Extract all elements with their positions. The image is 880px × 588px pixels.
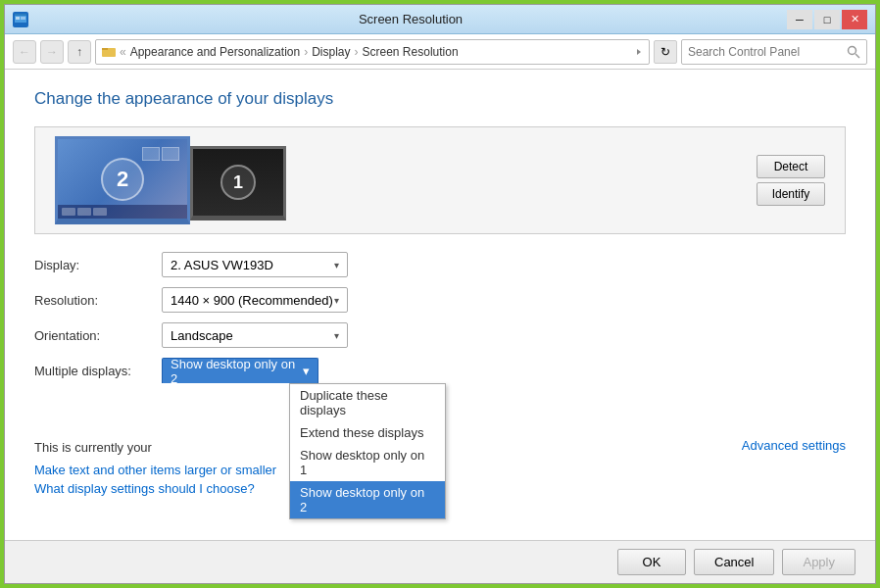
multiple-displays-container: Show desktop only on 2 ▾ Duplicate these… [162,358,846,383]
multiple-displays-menu: Duplicate these displays Extend these di… [289,383,446,519]
ok-button[interactable]: OK [617,549,686,575]
apply-button[interactable]: Apply [782,549,856,575]
orientation-label: Orientation: [34,328,162,343]
advanced-settings-link[interactable]: Advanced settings [742,438,846,453]
breadcrumb-display[interactable]: Display [312,45,350,59]
orientation-dropdown-arrow: ▾ [334,330,339,341]
svg-rect-2 [16,17,20,20]
cancel-button[interactable]: Cancel [694,549,774,575]
window-icon [13,12,28,27]
multiple-displays-arrow: ▾ [303,364,310,378]
search-input[interactable] [688,45,843,59]
window-title: Screen Resolution [34,12,787,26]
monitor-action-buttons: Detect Identify [757,155,825,206]
dropdown-item-duplicate[interactable]: Duplicate these displays [290,384,445,421]
resolution-label: Resolution: [34,293,162,308]
back-button[interactable]: ← [13,40,36,64]
svg-line-8 [856,54,859,58]
multiple-displays-dropdown[interactable]: Show desktop only on 2 ▾ [162,358,318,383]
display-dropdown-arrow: ▾ [334,260,339,270]
dropdown-item-extend[interactable]: Extend these displays [290,421,445,444]
maximize-button[interactable]: □ [814,10,840,29]
svg-marker-6 [637,49,641,55]
minimize-button[interactable]: ─ [787,10,812,29]
content-area: Change the appearance of your displays 2 [5,70,875,540]
monitor-2-number: 2 [101,158,144,201]
breadcrumb-dropdown-icon [635,45,643,59]
search-icon [847,45,860,59]
monitor-1[interactable]: 1 [190,146,286,220]
display-dropdown[interactable]: 2. ASUS VW193D ▾ [162,252,348,277]
titlebar: Screen Resolution ─ □ ✕ [5,5,875,34]
monitor-1-number: 1 [220,165,256,200]
monitor-2-taskbar [58,205,187,219]
addressbar: ← → ↑ « Appearance and Personalization ›… [5,34,875,70]
svg-rect-1 [15,14,26,16]
resolution-dropdown[interactable]: 1440 × 900 (Recommended) ▾ [162,287,348,313]
svg-point-7 [849,46,856,54]
settings-grid: Display: 2. ASUS VW193D ▾ Resolution: 14… [34,252,846,383]
monitor-2[interactable]: 2 [55,136,190,224]
orientation-dropdown[interactable]: Landscape ▾ [162,322,348,348]
monitors-container: 2 1 [55,136,286,224]
address-box: « Appearance and Personalization › Displ… [95,39,650,65]
svg-rect-5 [102,48,108,50]
refresh-button[interactable]: ↻ [654,40,677,64]
detect-button[interactable]: Detect [757,155,825,178]
resolution-dropdown-arrow: ▾ [334,295,339,306]
footer: OK Cancel Apply [5,540,875,583]
breadcrumb-current[interactable]: Screen Resolution [363,45,459,59]
breadcrumb-appearance[interactable]: Appearance and Personalization [130,45,300,59]
info-text: This is currently your [34,440,152,455]
display-label: Display: [34,258,162,272]
identify-button[interactable]: Identify [757,182,825,206]
multiple-displays-label: Multiple displays: [34,364,162,378]
dropdown-item-only1[interactable]: Show desktop only on 1 [290,444,445,481]
close-button[interactable]: ✕ [842,10,867,29]
dropdown-item-only2[interactable]: Show desktop only on 2 [290,481,445,518]
forward-button[interactable]: → [40,40,64,64]
folder-icon [102,45,116,59]
window: Screen Resolution ─ □ ✕ ← → ↑ « Appearan… [4,4,876,584]
svg-rect-3 [21,17,25,20]
page-title: Change the appearance of your displays [34,89,846,109]
display-preview-area: 2 1 [34,126,846,234]
search-box [681,39,867,65]
up-button[interactable]: ↑ [68,40,91,64]
titlebar-buttons: ─ □ ✕ [787,10,867,29]
